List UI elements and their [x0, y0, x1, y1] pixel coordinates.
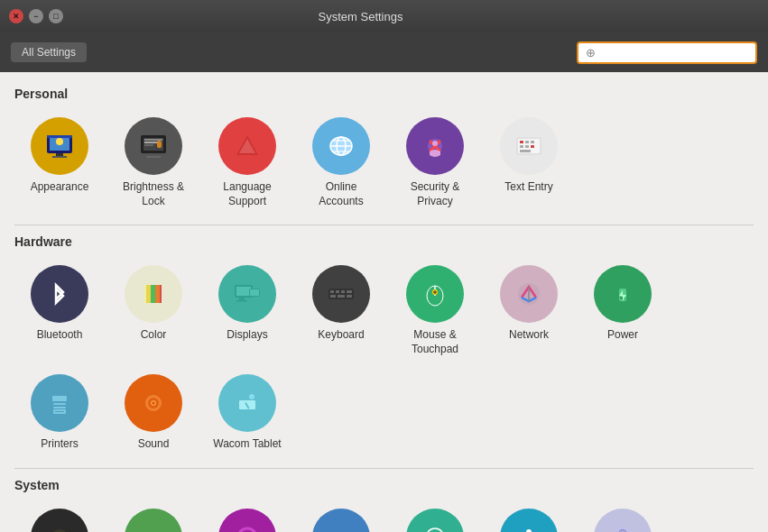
sound-icon	[125, 374, 182, 432]
search-icon: ⊕	[586, 46, 596, 60]
icon-item-color[interactable]: Color	[108, 258, 199, 363]
window-controls: ✕ − □	[9, 9, 63, 23]
svg-rect-46	[250, 289, 259, 296]
all-settings-button[interactable]: All Settings	[11, 42, 87, 62]
svg-rect-67	[53, 403, 66, 405]
svg-rect-71	[55, 411, 64, 412]
color-icon	[125, 265, 182, 323]
svg-rect-35	[520, 150, 531, 152]
icon-item-bluetooth[interactable]: Bluetooth	[14, 258, 105, 363]
svg-point-26	[432, 141, 438, 146]
toolbar: All Settings ⊕	[0, 32, 768, 72]
bluetooth-icon	[31, 265, 88, 323]
displays-icon	[218, 265, 276, 323]
svg-rect-68	[53, 407, 66, 408]
landscape-icon	[218, 509, 276, 532]
icon-item-keyboard[interactable]: Keyboard	[296, 258, 386, 363]
divider-personal	[14, 225, 754, 225]
icon-item-printers[interactable]: Printers	[14, 367, 105, 459]
svg-point-83	[143, 527, 164, 532]
section-hardware: Hardware Bluetooth	[14, 234, 754, 459]
security-icon	[406, 117, 464, 175]
maximize-button[interactable]: □	[49, 9, 63, 23]
svg-rect-49	[336, 290, 339, 293]
network-icon	[500, 265, 558, 323]
icon-item-brightness[interactable]: Brightness &Lock	[108, 110, 199, 216]
main-content: Personal Appearance	[0, 72, 768, 532]
appearance-icon	[31, 117, 88, 175]
svg-rect-37	[151, 285, 155, 303]
search-box: ⊕	[577, 41, 757, 64]
printers-icon	[31, 374, 88, 432]
icon-item-network[interactable]: Network	[484, 258, 574, 363]
icon-item-appearance[interactable]: Appearance	[14, 110, 105, 216]
svg-rect-13	[157, 141, 162, 148]
svg-rect-38	[155, 285, 160, 303]
svg-rect-69	[52, 396, 67, 401]
bluetooth-label: Bluetooth	[37, 328, 83, 343]
textentry-icon	[500, 117, 558, 175]
svg-rect-30	[525, 141, 529, 143]
icon-item-displays[interactable]: Displays	[202, 258, 292, 363]
color-label: Color	[141, 328, 167, 343]
search-input[interactable]	[599, 46, 748, 60]
icon-item-mouse[interactable]: Mouse &Touchpad	[390, 258, 480, 363]
online-label: OnlineAccounts	[319, 180, 363, 208]
personal-grid: Appearance Brightness &Lock	[14, 110, 754, 216]
svg-rect-51	[347, 290, 352, 293]
svg-rect-54	[347, 295, 352, 298]
sound-label: Sound	[138, 437, 170, 452]
svg-rect-50	[341, 290, 345, 293]
icon-item-textentry[interactable]: Text Entry	[484, 110, 574, 216]
backups-icon	[31, 509, 88, 532]
icon-item-power[interactable]: Power	[578, 258, 668, 363]
minimize-button[interactable]: −	[29, 9, 43, 23]
svg-rect-32	[520, 145, 523, 148]
power-label: Power	[607, 328, 638, 343]
window-title: System Settings	[70, 10, 651, 23]
svg-rect-39	[160, 285, 162, 303]
useraccounts-icon	[594, 509, 652, 532]
svg-rect-40	[144, 285, 146, 303]
svg-rect-33	[525, 145, 529, 148]
svg-point-5	[56, 138, 63, 145]
icon-item-timedate[interactable]: Time & Date	[390, 501, 480, 532]
icon-item-online[interactable]: OnlineAccounts	[296, 110, 386, 216]
icon-item-backups[interactable]: Backups	[14, 501, 105, 532]
section-personal-title: Personal	[14, 87, 754, 101]
software-icon	[312, 509, 370, 532]
language-icon	[218, 117, 276, 175]
icon-item-software[interactable]: Software &Updates	[296, 501, 386, 532]
security-label: Security &Privacy	[411, 180, 460, 208]
brightness-label: Brightness &Lock	[123, 180, 184, 208]
icon-item-sound[interactable]: Sound	[108, 367, 199, 459]
svg-rect-53	[338, 295, 345, 298]
icon-item-useraccounts[interactable]: User Accounts	[578, 501, 668, 532]
svg-point-79	[249, 394, 254, 399]
hardware-grid: Bluetooth Color	[14, 258, 754, 459]
icon-item-universal[interactable]: UniversalAccess	[484, 501, 574, 532]
language-label: LanguageSupport	[223, 180, 271, 208]
svg-rect-42	[236, 287, 251, 296]
svg-rect-29	[520, 141, 523, 143]
network-label: Network	[509, 328, 549, 343]
close-button[interactable]: ✕	[9, 9, 23, 23]
icon-item-details[interactable]: Details	[108, 501, 199, 532]
titlebar: ✕ − □ System Settings	[0, 0, 768, 32]
icon-item-landscape[interactable]: LandscapeService	[202, 501, 292, 532]
icon-item-security[interactable]: Security &Privacy	[390, 110, 480, 216]
svg-rect-12	[144, 144, 153, 146]
svg-rect-9	[146, 156, 161, 158]
textentry-label: Text Entry	[504, 180, 552, 195]
svg-rect-4	[52, 156, 67, 158]
section-personal: Personal Appearance	[14, 87, 754, 216]
section-system-title: System	[14, 478, 754, 492]
mouse-label: Mouse &Touchpad	[412, 328, 458, 356]
keyboard-label: Keyboard	[318, 328, 364, 343]
svg-rect-48	[330, 290, 334, 293]
icon-item-wacom[interactable]: Wacom Tablet	[202, 367, 292, 459]
icon-item-language[interactable]: LanguageSupport	[202, 110, 292, 216]
svg-rect-2	[47, 135, 72, 138]
displays-label: Displays	[227, 328, 267, 343]
brightness-icon	[125, 117, 182, 175]
